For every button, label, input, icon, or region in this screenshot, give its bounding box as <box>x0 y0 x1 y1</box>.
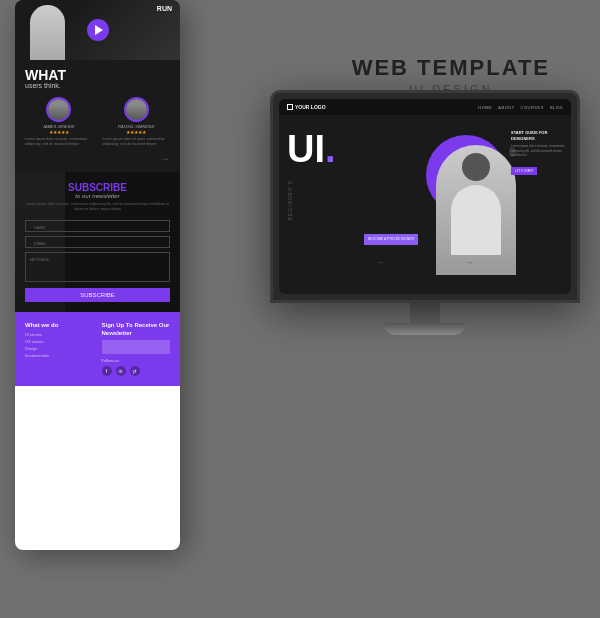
mobile-hero-person <box>30 5 65 60</box>
newsletter-input[interactable] <box>102 340 171 354</box>
linkedin-icon[interactable]: in <box>116 366 126 376</box>
monitor-outer: YOUR LOGO HOME ABOUT COURSES BLOG UI. BE… <box>270 90 580 303</box>
logo-square-icon <box>287 104 293 110</box>
social-icons-row: f in yt <box>102 366 171 376</box>
follow-label: Follow us: <box>102 358 171 363</box>
facebook-icon[interactable]: f <box>102 366 112 376</box>
become-designer-btn[interactable]: BECOME A PRO-DESIGNER <box>364 234 418 245</box>
subscribe-desc: Lorem ipsum dolor sit amet, consectetur … <box>25 202 170 213</box>
hero-text: UI. <box>287 130 336 168</box>
nav-about[interactable]: ABOUT <box>498 105 514 110</box>
avatar-circle-1 <box>46 97 71 122</box>
nav-blog[interactable]: BLOG <box>550 105 563 110</box>
what-title: WHAT <box>25 68 170 82</box>
avatar-circle-2 <box>124 97 149 122</box>
footer-col2: Sign Up To Receive Our Newsletter Follow… <box>102 322 171 376</box>
footer-col1-title: What we do <box>25 322 94 328</box>
footer-col1: What we do UI stories UX stories Design … <box>25 322 94 376</box>
monitor-base <box>385 323 465 335</box>
youtube-icon[interactable]: yt <box>130 366 140 376</box>
mobile-frame: RUN WHAT users think. JAMES JENKINS ★★★★… <box>15 0 180 550</box>
nav-courses[interactable]: COURSES <box>521 105 544 110</box>
start-btn[interactable]: LET'S START <box>511 167 537 175</box>
name-label: NAME <box>30 221 165 234</box>
subscribe-section: SUBSCRIBE to our newsletter Lorem ipsum … <box>15 172 180 313</box>
template-label: WEB TEMPLATE UI DESIGN <box>352 55 550 95</box>
hero-right-title: START GUIDE FOR DESIGNERS <box>511 130 566 141</box>
what-section: WHAT users think. JAMES JENKINS ★★★★★ Lo… <box>15 60 180 172</box>
avatar-image-2 <box>126 99 147 120</box>
template-title: WEB TEMPLATE <box>352 55 550 81</box>
avatars-row: JAMES JENKINS ★★★★★ Lorem ipsum dolor si… <box>25 97 170 148</box>
mobile-mockup: RUN WHAT users think. JAMES JENKINS ★★★★… <box>15 0 180 550</box>
footer-item-3: Design <box>25 346 94 351</box>
footer-item-4: fundamentals <box>25 353 94 358</box>
monitor: YOUR LOGO HOME ABOUT COURSES BLOG UI. BE… <box>270 90 580 335</box>
avatar-image-1 <box>48 99 69 120</box>
what-arrow[interactable]: → <box>25 153 170 164</box>
hero-right-desc: Lorem ipsum dolor sit amet, consectetur … <box>511 144 566 158</box>
hero-right-text: START GUIDE FOR DESIGNERS Lorem ipsum do… <box>511 130 566 176</box>
monitor-neck <box>410 303 440 323</box>
monitor-nav-links: HOME ABOUT COURSES BLOG <box>478 105 563 110</box>
monitor-hero: UI. BEGINNER'S BECOME A PRO-DESIGNER STA… <box>279 115 571 275</box>
play-button[interactable] <box>87 19 109 41</box>
monitor-nav: YOUR LOGO HOME ABOUT COURSES BLOG <box>279 99 571 115</box>
message-textarea[interactable]: MESSAGE <box>25 252 170 282</box>
hero-dot: . <box>325 128 336 170</box>
footer-item-2: UX stories <box>25 339 94 344</box>
hero-arrows: ← → <box>377 258 473 267</box>
subscribe-title: SUBSCRIBE <box>25 182 170 193</box>
subscribe-subtitle: to our newsletter <box>25 193 170 199</box>
name-input-field[interactable]: NAME <box>25 220 170 232</box>
footer-item-1: UI stories <box>25 332 94 337</box>
hero-beginner: BEGINNER'S <box>287 180 293 220</box>
subscribe-submit-btn[interactable]: SUBSCRIBE <box>25 288 170 302</box>
avatar-item-1: JAMES JENKINS ★★★★★ Lorem ipsum dolor si… <box>25 97 93 148</box>
next-arrow-icon[interactable]: → <box>465 258 473 267</box>
prev-arrow-icon[interactable]: ← <box>377 258 385 267</box>
person-body <box>451 185 501 255</box>
stars-2: ★★★★★ <box>126 129 146 135</box>
mobile-footer: What we do UI stories UX stories Design … <box>15 312 180 386</box>
mobile-hero: RUN <box>15 0 180 60</box>
newsletter-title: Sign Up To Receive Our Newsletter <box>102 322 171 338</box>
nav-home[interactable]: HOME <box>478 105 492 110</box>
monitor-logo: YOUR LOGO <box>287 104 326 110</box>
person-head <box>462 153 490 181</box>
avatar-item-2: RACHEL SIMMONS ★★★★★ Lorem ipsum dolor s… <box>103 97 171 148</box>
stars-1: ★★★★★ <box>49 129 69 135</box>
review-text-1: Lorem ipsum dolor sit amet, consectetur … <box>25 137 93 148</box>
email-input-field[interactable]: EMAIL <box>25 236 170 248</box>
review-text-2: Lorem ipsum dolor sit amet, consectetur … <box>103 137 171 148</box>
play-icon <box>95 25 103 35</box>
email-label: EMAIL <box>30 237 165 250</box>
hero-headline: UI. <box>287 130 336 168</box>
what-subtitle: users think. <box>25 82 170 89</box>
monitor-screen: YOUR LOGO HOME ABOUT COURSES BLOG UI. BE… <box>279 99 571 294</box>
subscribe-content: SUBSCRIBE to our newsletter Lorem ipsum … <box>25 182 170 303</box>
run-label: RUN <box>157 5 172 12</box>
message-label: MESSAGE <box>26 253 169 266</box>
hero-person-image <box>436 145 516 275</box>
